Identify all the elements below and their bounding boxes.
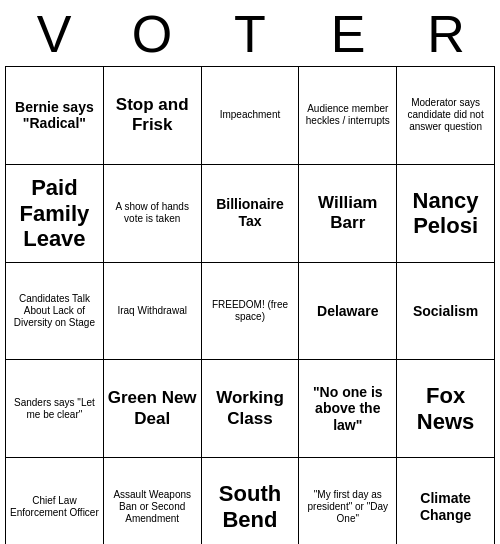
bingo-cell: FREEDOM! (free space) [202,263,300,361]
cell-text: Chief Law Enforcement Officer [9,495,100,519]
bingo-cell: Working Class [202,360,300,458]
title-letter: T [201,4,299,64]
bingo-cell: "No one is above the law" [299,360,397,458]
cell-text: A show of hands vote is taken [107,201,198,225]
cell-text: Stop and Frisk [107,95,198,136]
bingo-cell: Moderator says candidate did not answer … [397,67,495,165]
bingo-cell: "My first day as president" or "Day One" [299,458,397,544]
bingo-cell: Candidates Talk About Lack of Diversity … [6,263,104,361]
cell-text: "My first day as president" or "Day One" [302,489,393,525]
title-letter: E [299,4,397,64]
cell-text: Working Class [205,388,296,429]
bingo-cell: A show of hands vote is taken [104,165,202,263]
bingo-cell: Iraq Withdrawal [104,263,202,361]
bingo-cell: Billionaire Tax [202,165,300,263]
cell-text: Candidates Talk About Lack of Diversity … [9,293,100,329]
bingo-cell: Paid Family Leave [6,165,104,263]
bingo-title: VOTER [5,4,495,64]
bingo-card: VOTER Bernie says "Radical"Stop and Fris… [5,4,495,544]
bingo-cell: Nancy Pelosi [397,165,495,263]
title-letter: V [5,4,103,64]
cell-text: Bernie says "Radical" [9,99,100,133]
bingo-cell: Climate Change [397,458,495,544]
cell-text: Billionaire Tax [205,196,296,230]
cell-text: Fox News [400,383,491,434]
cell-text: Audience member heckles / interrupts [302,103,393,127]
title-letter: O [103,4,201,64]
bingo-cell: Sanders says "Let me be clear" [6,360,104,458]
cell-text: William Barr [302,193,393,234]
cell-text: Green New Deal [107,388,198,429]
bingo-grid: Bernie says "Radical"Stop and FriskImpea… [5,66,495,544]
cell-text: Paid Family Leave [9,175,100,251]
bingo-cell: Bernie says "Radical" [6,67,104,165]
cell-text: Impeachment [220,109,281,121]
cell-text: FREEDOM! (free space) [205,299,296,323]
bingo-cell: South Bend [202,458,300,544]
bingo-cell: Assault Weapons Ban or Second Amendment [104,458,202,544]
cell-text: Sanders says "Let me be clear" [9,397,100,421]
bingo-cell: Stop and Frisk [104,67,202,165]
title-letter: R [397,4,495,64]
bingo-cell: Impeachment [202,67,300,165]
cell-text: Delaware [317,303,378,320]
cell-text: Climate Change [400,490,491,524]
cell-text: "No one is above the law" [302,384,393,434]
bingo-cell: Delaware [299,263,397,361]
bingo-cell: Audience member heckles / interrupts [299,67,397,165]
cell-text: Assault Weapons Ban or Second Amendment [107,489,198,525]
bingo-cell: Green New Deal [104,360,202,458]
bingo-cell: Socialism [397,263,495,361]
bingo-cell: Chief Law Enforcement Officer [6,458,104,544]
bingo-cell: Fox News [397,360,495,458]
cell-text: Socialism [413,303,478,320]
cell-text: South Bend [205,481,296,532]
cell-text: Nancy Pelosi [400,188,491,239]
cell-text: Iraq Withdrawal [117,305,186,317]
cell-text: Moderator says candidate did not answer … [400,97,491,133]
bingo-cell: William Barr [299,165,397,263]
